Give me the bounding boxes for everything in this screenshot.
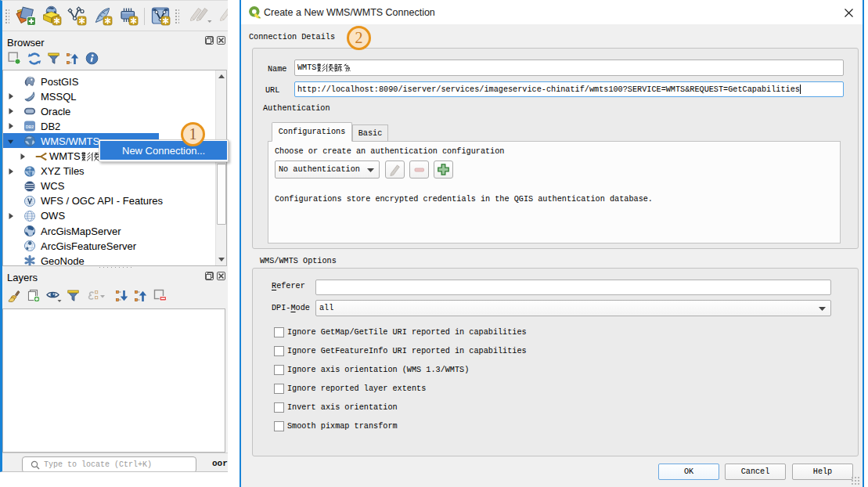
- dialog-titlebar[interactable]: Create a New WMS/WMTS Connection: [241, 0, 863, 24]
- scroll-down-icon[interactable]: [216, 254, 226, 265]
- ok-button[interactable]: OK: [658, 464, 719, 480]
- layers-close-panel-icon[interactable]: [217, 272, 225, 280]
- filter-expression-icon[interactable]: [85, 289, 106, 303]
- expander-collapsed-icon[interactable]: [20, 153, 26, 160]
- search-icon: [31, 460, 40, 470]
- close-panel-icon[interactable]: [217, 36, 225, 45]
- scroll-up-icon[interactable]: [216, 70, 226, 82]
- new-mesh-layer-icon[interactable]: [118, 5, 139, 26]
- layers-float-panel-icon[interactable]: [205, 272, 214, 280]
- toolbar-drag-handle[interactable]: [5, 9, 9, 24]
- layer-styling-icon[interactable]: [7, 289, 21, 303]
- tree-item-label: OWS: [41, 210, 65, 222]
- expander-collapsed-icon[interactable]: [8, 108, 14, 114]
- checkbox-label-0: Ignore GetMap/GetTile URI reported in ca…: [287, 328, 527, 337]
- toggle-editing-icon[interactable]: [215, 5, 228, 26]
- tree-item-label: WCS: [41, 180, 64, 192]
- tree-item-label: DB2: [41, 121, 60, 132]
- filter-legend-icon[interactable]: [67, 289, 80, 302]
- new-virtual-layer-icon[interactable]: [150, 5, 171, 26]
- add-group-icon[interactable]: [27, 289, 41, 303]
- menu-item-new-connection[interactable]: New Connection...: [100, 141, 227, 160]
- tree-item-label: GeoNode: [41, 255, 85, 265]
- auth-combo-value: No authentication: [279, 165, 360, 174]
- add-auth-icon[interactable]: [434, 161, 453, 179]
- edit-auth-icon[interactable]: [385, 161, 405, 179]
- checkbox-label-1: Ignore GetFeatureInfo URI reported in ca…: [287, 347, 527, 355]
- data-source-manager-icon[interactable]: [16, 5, 36, 26]
- context-menu: New Connection...: [99, 139, 229, 162]
- tree-item-wfs-ogc-api-features[interactable]: WFS / OGC API - Features: [3, 193, 226, 209]
- browser-scrollbar[interactable]: [215, 70, 226, 265]
- collapse-all-icon[interactable]: [66, 52, 80, 66]
- locate-search-input[interactable]: Type to locate (Ctrl+K): [22, 456, 196, 472]
- geonode-icon: [23, 254, 36, 265]
- checkbox-4[interactable]: [274, 402, 284, 413]
- tab-basic[interactable]: Basic: [352, 124, 388, 142]
- tree-item-arcgisfeatureserver[interactable]: ArcGisFeatureServer: [3, 238, 226, 254]
- new-spatialite-layer-icon[interactable]: [92, 5, 113, 26]
- tree-item-wcs[interactable]: WCS: [3, 179, 226, 194]
- expander-collapsed-icon[interactable]: [8, 213, 14, 219]
- dialog-close-icon[interactable]: [842, 6, 855, 19]
- tree-item-label: Oracle: [41, 106, 70, 117]
- dpi-combo-arrow-icon: [819, 307, 826, 311]
- expand-all-icon[interactable]: [115, 289, 129, 303]
- float-panel-icon[interactable]: [205, 36, 214, 45]
- tree-item-postgis[interactable]: PostGIS: [3, 74, 226, 89]
- arcgis-map-icon: [23, 225, 36, 237]
- tree-item-xyz-tiles[interactable]: XYZ Tiles: [3, 164, 226, 179]
- tree-item-label: WFS / OGC API - Features: [41, 195, 163, 207]
- locate-placeholder: Type to locate (Ctrl+K): [44, 460, 152, 469]
- checkbox-label-2: Ignore axis orientation (WMS 1.3/WMTS): [287, 366, 469, 374]
- current-edits-icon[interactable]: [187, 5, 215, 26]
- help-button[interactable]: Help: [792, 464, 853, 480]
- annotation-step-2: 2: [347, 26, 371, 50]
- new-shapefile-layer-icon[interactable]: [67, 5, 87, 26]
- authentication-label: Authentication: [263, 104, 330, 113]
- checkbox-1[interactable]: [274, 346, 284, 356]
- browser-panel-title: Browser: [7, 37, 45, 49]
- cancel-button[interactable]: Cancel: [725, 464, 786, 480]
- tree-item-label: ArcGisFeatureServer: [41, 240, 136, 252]
- tree-item-ows[interactable]: OWS: [3, 208, 226, 224]
- postgis-icon: [23, 75, 36, 88]
- url-input[interactable]: http://localhost:8090/iserver/services/i…: [294, 81, 844, 97]
- tree-item-oracle[interactable]: Oracle: [3, 103, 226, 119]
- referer-input[interactable]: [315, 280, 831, 295]
- refresh-icon[interactable]: [27, 52, 41, 66]
- checkbox-2[interactable]: [274, 365, 284, 375]
- tree-item-label: PostGIS: [41, 76, 78, 88]
- remove-layer-icon[interactable]: [153, 289, 167, 303]
- tab-configurations[interactable]: Configurations: [272, 122, 352, 142]
- dpi-mode-value: all: [319, 304, 333, 312]
- expander-expanded-icon[interactable]: [8, 139, 14, 145]
- tree-item-arcgismapserver[interactable]: ArcGisMapServer: [3, 223, 226, 239]
- toolbar-drag-handle-2[interactable]: [175, 9, 179, 24]
- expander-collapsed-icon[interactable]: [8, 93, 14, 99]
- properties-info-icon[interactable]: [85, 52, 99, 65]
- url-label: URL: [265, 86, 279, 95]
- scrollbar-thumb[interactable]: [217, 164, 226, 225]
- tree-item-mssql[interactable]: MSSQL: [3, 88, 226, 104]
- dpi-mode-combo[interactable]: all: [315, 300, 831, 316]
- checkbox-3[interactable]: [274, 384, 284, 394]
- filter-browser-icon[interactable]: [47, 52, 60, 65]
- expander-collapsed-icon[interactable]: [8, 168, 14, 175]
- add-selected-layers-icon[interactable]: [8, 52, 21, 65]
- expander-collapsed-icon[interactable]: [8, 123, 14, 129]
- dialog-title: Create a New WMS/WMTS Connection: [264, 7, 435, 18]
- connection-icon: [35, 150, 48, 163]
- resize-grip[interactable]: [852, 477, 860, 485]
- collapse-all-layers-icon[interactable]: [134, 289, 148, 303]
- name-input[interactable]: WMTS: [294, 60, 844, 76]
- auth-method-combo[interactable]: No authentication: [275, 161, 380, 179]
- browser-toolbar: [2, 49, 228, 70]
- remove-auth-icon[interactable]: [409, 161, 429, 179]
- new-geopackage-layer-icon[interactable]: [41, 5, 62, 26]
- layers-toolbar: [2, 285, 228, 307]
- checkbox-5[interactable]: [274, 421, 284, 431]
- tree-item-geonode[interactable]: GeoNode: [3, 253, 226, 265]
- manage-visibility-icon[interactable]: [46, 289, 62, 303]
- checkbox-0[interactable]: [274, 327, 284, 337]
